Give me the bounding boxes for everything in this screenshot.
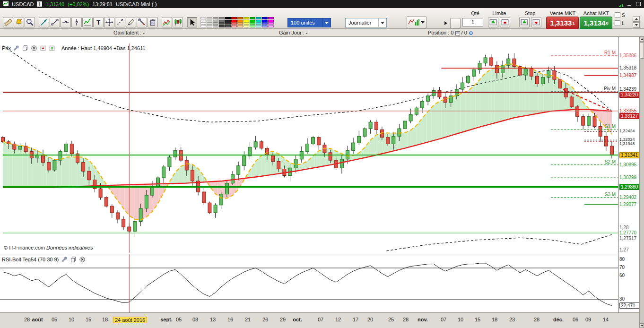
palette-swatch[interactable] bbox=[244, 22, 249, 25]
move-icon[interactable] bbox=[104, 17, 114, 27]
limit-sell-order-button[interactable] bbox=[500, 17, 510, 27]
palette-swatch[interactable] bbox=[231, 17, 237, 19]
palette-swatch[interactable] bbox=[262, 25, 268, 27]
palette-swatch[interactable] bbox=[231, 20, 237, 22]
trash-icon[interactable] bbox=[148, 17, 158, 27]
palette-swatch[interactable] bbox=[213, 17, 218, 19]
palette-swatch[interactable] bbox=[231, 25, 237, 27]
buy-market-button[interactable]: 1,31348 bbox=[580, 17, 612, 29]
period-select[interactable]: Journalier bbox=[345, 18, 387, 27]
palette-swatch[interactable] bbox=[219, 25, 225, 27]
segment-icon[interactable] bbox=[50, 17, 60, 27]
close-icon[interactable] bbox=[31, 44, 38, 52]
limit-attached-checkbox[interactable] bbox=[615, 20, 620, 26]
palette-swatch[interactable] bbox=[244, 20, 249, 22]
palette-swatch[interactable] bbox=[200, 25, 206, 27]
wrench-icon[interactable] bbox=[61, 256, 68, 263]
palette-swatch[interactable] bbox=[256, 17, 261, 19]
candle-chart-icon[interactable] bbox=[173, 17, 183, 27]
palette-swatch[interactable] bbox=[262, 20, 268, 22]
alarm-icon[interactable] bbox=[14, 17, 24, 27]
panel-expander-icon[interactable] bbox=[444, 21, 447, 25]
palette-swatch[interactable] bbox=[200, 17, 206, 19]
palette-swatch[interactable] bbox=[219, 22, 225, 25]
spinner-down-button[interactable] bbox=[633, 22, 640, 28]
wrench-icon[interactable] bbox=[13, 44, 20, 52]
price-chart-canvas[interactable] bbox=[0, 37, 618, 253]
orders-list-icon[interactable] bbox=[455, 31, 460, 36]
palette-swatch[interactable] bbox=[207, 25, 212, 27]
sell-market-button[interactable]: 1,31331 bbox=[546, 17, 579, 29]
palette-swatch[interactable] bbox=[207, 22, 212, 25]
duplicate-window-icon[interactable] bbox=[70, 256, 77, 263]
indicator-icon[interactable] bbox=[82, 17, 93, 27]
gear-icon[interactable] bbox=[469, 31, 473, 36]
instrument-info-icon[interactable]: i bbox=[37, 1, 42, 7]
upload-icon[interactable] bbox=[49, 44, 56, 52]
palette-swatch[interactable] bbox=[207, 20, 212, 22]
cursor-icon[interactable] bbox=[187, 17, 197, 27]
palette-swatch[interactable] bbox=[262, 22, 268, 25]
close-icon[interactable] bbox=[78, 256, 86, 263]
palette-swatch[interactable] bbox=[207, 17, 212, 19]
scroll-up-button[interactable] bbox=[640, 37, 644, 42]
minimize-button[interactable] bbox=[626, 1, 632, 7]
palette-swatch[interactable] bbox=[237, 25, 243, 27]
palette-swatch[interactable] bbox=[250, 22, 255, 25]
text-tool-icon[interactable]: T bbox=[93, 17, 104, 27]
duplicate-window-icon[interactable] bbox=[22, 44, 29, 52]
spinner-up-button[interactable] bbox=[633, 16, 640, 22]
trendline-icon[interactable] bbox=[39, 17, 49, 27]
order-settings-button[interactable]: undefined bbox=[450, 18, 461, 28]
palette-swatch[interactable] bbox=[219, 17, 225, 19]
pen-icon[interactable] bbox=[126, 17, 136, 27]
rsi-canvas[interactable] bbox=[0, 254, 618, 313]
palette-swatch[interactable] bbox=[250, 17, 255, 19]
palette-swatch[interactable] bbox=[213, 25, 218, 27]
stop-sell-order-button[interactable] bbox=[531, 17, 541, 27]
limit-buy-order-button[interactable] bbox=[488, 17, 498, 27]
palette-swatch[interactable] bbox=[244, 17, 249, 19]
download-icon[interactable] bbox=[40, 44, 47, 52]
palette-swatch[interactable] bbox=[268, 25, 274, 27]
horizontal-segment-icon[interactable] bbox=[61, 17, 71, 27]
palette-swatch[interactable] bbox=[268, 20, 274, 22]
palette-swatch[interactable] bbox=[225, 20, 231, 22]
scroll-thumb[interactable] bbox=[640, 43, 644, 59]
palette-swatch[interactable] bbox=[237, 17, 243, 19]
palette-swatch[interactable] bbox=[268, 17, 274, 19]
palette-swatch[interactable] bbox=[213, 22, 218, 25]
palette-swatch[interactable] bbox=[225, 22, 231, 25]
stop-buy-order-button[interactable] bbox=[519, 17, 530, 27]
line-chart-icon[interactable] bbox=[162, 17, 172, 27]
dashed-arrow-icon[interactable] bbox=[115, 17, 125, 27]
palette-swatch[interactable] bbox=[250, 20, 255, 22]
ruler-icon[interactable] bbox=[3, 17, 13, 27]
palette-swatch[interactable] bbox=[225, 17, 231, 19]
palette-swatch[interactable] bbox=[256, 25, 261, 27]
zoom-icon[interactable] bbox=[25, 17, 35, 27]
quantity-select[interactable]: 100 unités bbox=[287, 18, 331, 27]
tools-icon[interactable] bbox=[137, 17, 147, 27]
palette-swatch[interactable] bbox=[262, 17, 268, 19]
palette-swatch[interactable] bbox=[244, 25, 249, 27]
palette-swatch[interactable] bbox=[237, 20, 243, 22]
vertical-line-icon[interactable] bbox=[71, 17, 82, 27]
maximize-button[interactable] bbox=[635, 1, 641, 7]
palette-swatch[interactable] bbox=[200, 20, 206, 22]
palette-swatch[interactable] bbox=[200, 22, 206, 25]
palette-swatch[interactable] bbox=[213, 20, 218, 22]
quantity-input[interactable] bbox=[462, 18, 483, 26]
palette-swatch[interactable] bbox=[268, 22, 274, 25]
palette-swatch[interactable] bbox=[237, 22, 243, 25]
palette-swatch[interactable] bbox=[225, 25, 231, 27]
palette-swatch[interactable] bbox=[231, 22, 237, 25]
stop-attached-checkbox[interactable] bbox=[615, 12, 620, 18]
palette-swatch[interactable] bbox=[256, 20, 261, 22]
chart-style-button[interactable] bbox=[407, 16, 426, 28]
palette-swatch[interactable] bbox=[219, 20, 225, 22]
palette-swatch[interactable] bbox=[250, 25, 255, 27]
vertical-scrollbar[interactable] bbox=[639, 37, 644, 328]
palette-swatch[interactable] bbox=[256, 22, 261, 25]
scroll-down-button[interactable] bbox=[640, 323, 644, 328]
